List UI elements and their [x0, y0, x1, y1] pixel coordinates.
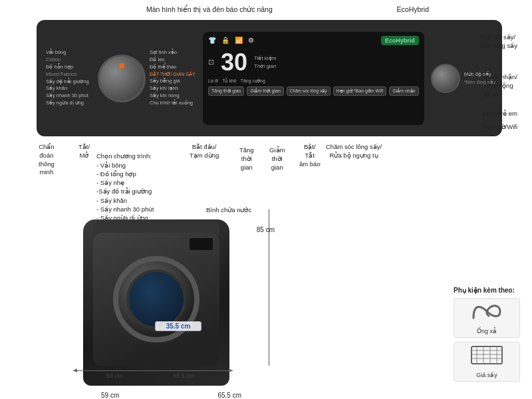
gia-say-label: Giá sấy	[457, 372, 517, 378]
machine-display-small	[190, 238, 213, 250]
chuan-soc-btn[interactable]: Chăm sóc lông sấy	[287, 86, 331, 96]
annotation-chan-doan: Chẩn đoán thông minh	[39, 143, 55, 177]
display-number: 30	[221, 51, 247, 74]
display-button-row: Tăng thời gian Giảm thời gian Chăm sóc l…	[208, 86, 419, 96]
icon-wifi: 📶	[235, 37, 243, 44]
bottom-arrow-line	[73, 370, 233, 371]
accessories-title: Phụ kiện kèm theo:	[454, 287, 520, 294]
door-dimension-label: 35.5 cm	[155, 321, 201, 331]
annotation-giam-nhan: Giảm nhận/ Khởi động từ xa	[483, 73, 517, 98]
accessory-gia-say: Giá sấy	[454, 342, 520, 382]
display-top-row: 👕 🔒 📶 ⚙ EcoHybrid	[208, 36, 419, 45]
giam-nhan-btn[interactable]: Giảm nhận	[389, 86, 418, 96]
display-main-area: ⊡ 30 Tiết kiệm Thời gian	[208, 48, 419, 77]
panel-middle-text: Sợi tinh xảo Đồ len Đồ thể thao ĐẶT THỜI…	[150, 49, 196, 106]
machine-door[interactable]: 35.5 cm	[113, 256, 200, 342]
hen-gio-btn[interactable]: Hẹn giờ *Bao gồm Wifi	[333, 86, 387, 96]
panel-left-text: Vải bông Cotton Đồ hỗn hợp Mixed Fabrics…	[46, 49, 94, 107]
annotation-cua-may: Cửa máy sấy	[136, 352, 174, 361]
icon-shirt: 👕	[208, 37, 216, 44]
annotation-binh-chua: Bình chứa nước	[206, 206, 251, 215]
dimension-width: 59 cm	[100, 392, 120, 399]
ong-xa-label: Ống xả	[457, 328, 517, 334]
annotation-tat-mo: Tắt/ Mở	[78, 143, 90, 160]
annotation-bat-dau: Bắt đầu/ Tạm dừng	[190, 143, 219, 160]
page-container: Màn hình hiển thị và đèn báo chức năng E…	[0, 0, 532, 399]
height-line	[269, 209, 269, 366]
annotation-muc-do-say: Mức độ sấy/ Đèn lông sấy	[480, 33, 517, 51]
display-icons: 👕 🔒 📶 ⚙	[208, 37, 254, 44]
tang-thoi-gian-btn[interactable]: Tăng thời gian	[208, 86, 244, 96]
display-mode-row: Là đi Tủ khô Tăng cường	[208, 78, 419, 84]
eco-label-top: EcoHybrid	[397, 5, 429, 13]
gia-say-icon	[457, 345, 517, 370]
annotation-bat-tat-am: Bật/ Tắt âm báo	[299, 143, 321, 168]
level-dial[interactable]	[431, 64, 460, 93]
dimension-height: 85 cm	[255, 226, 276, 233]
ong-xa-icon	[457, 301, 517, 326]
display-icon-left: ⊡	[208, 58, 214, 66]
eco-badge: EcoHybrid	[381, 36, 419, 45]
svg-rect-0	[471, 346, 502, 364]
display-screen: 👕 🔒 📶 ⚙ EcoHybrid ⊡ 30 Tiết kiệm Thời gi…	[203, 32, 424, 125]
icon-lock: 🔒	[221, 37, 229, 44]
bottom-dimension-655: 65.5 cm	[173, 372, 194, 379]
giam-thoi-gian-btn[interactable]: Giảm thời gian	[247, 86, 283, 96]
annotation-hen-gio: Hẹn giờ/Wifi	[482, 123, 517, 132]
arrow-left: ◄	[72, 366, 78, 374]
machine-door-inner	[126, 269, 186, 329]
annotation-giam-tg: Giảm thời gian	[269, 146, 285, 172]
bottom-dimension-59: 59 cm	[106, 372, 123, 379]
machine-front: 35.5 cm	[93, 233, 219, 366]
display-label: Màn hình hiển thị và đèn báo chức năng	[146, 5, 273, 13]
display-right-labels: Tiết kiệm Thời gian	[254, 55, 276, 69]
annotation-cham-soc: Chăm sóc lông sấy/ Rửa bộ ngưng tụ	[326, 143, 382, 160]
annotation-tang-tg: Tăng thời gian	[239, 146, 254, 172]
annotation-khoa-tre-em: Khóa trẻ em	[483, 110, 517, 118]
accessories-section: Phụ kiện kèm theo: Ống xả	[454, 287, 520, 386]
arrow-right: ►	[227, 366, 234, 374]
control-panel: Vải bông Cotton Đồ hỗn hợp Mixed Fabrics…	[37, 20, 502, 136]
accessory-ong-xa: Ống xả	[454, 298, 520, 338]
dimension-depth: 65.5 cm	[216, 392, 243, 399]
icon-settings: ⚙	[248, 37, 254, 44]
program-dial[interactable]	[98, 55, 146, 102]
